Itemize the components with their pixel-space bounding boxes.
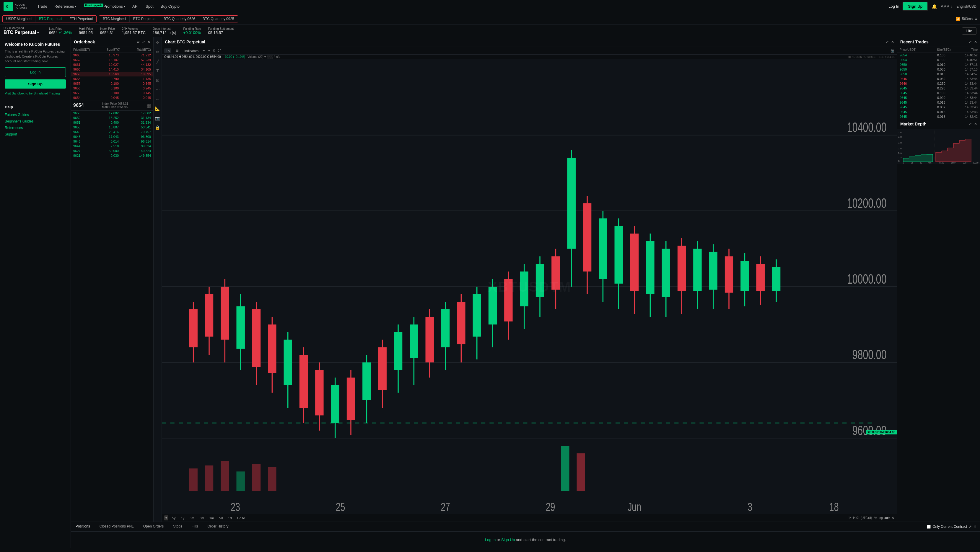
timeframe-1m[interactable]: 1m (208, 516, 215, 520)
ob-buy-row[interactable]: 964929.41679.757 (71, 130, 153, 134)
nav-promotions[interactable]: Brand Upgrade Promotions▾ (80, 0, 128, 13)
tab-btc-perpetual-2[interactable]: BTC Perpetual (130, 16, 161, 22)
tab-order-history[interactable]: Order History (203, 522, 233, 531)
tab-btc-margined[interactable]: BTC Margined (99, 16, 129, 22)
settings-icon[interactable]: ⚙ (974, 17, 978, 21)
lock-tool[interactable]: 🔒 (154, 125, 161, 130)
chart-settings-btn[interactable]: ⚙ (213, 49, 216, 52)
timeframe-5y[interactable]: 5y (171, 516, 177, 520)
nav-spot[interactable]: Spot (143, 0, 156, 13)
arrow-tool[interactable]: ← (155, 96, 161, 102)
pen-tool[interactable]: ✏ (155, 49, 160, 55)
ruler-tool[interactable]: 📐 (154, 106, 161, 112)
tab-positions[interactable]: Positions (71, 522, 95, 531)
orderbook-settings-icon[interactable]: ⚙ (137, 40, 140, 44)
undo-btn[interactable]: ↩ (203, 49, 205, 52)
more-tools[interactable]: ⋯ (155, 87, 161, 93)
ob-chart-icon[interactable]: ▦ (146, 103, 151, 108)
ob-sell-row[interactable]: 966213.10757.239 (71, 57, 153, 62)
ob-sell-row[interactable]: 966110.02744.132 (71, 62, 153, 67)
only-current-checkbox[interactable] (927, 525, 931, 529)
signup-button[interactable]: Sign Up (903, 2, 928, 11)
ob-buy-row[interactable]: 965018.80750.341 (71, 125, 153, 130)
ob-buy-row[interactable]: 965213.25231.134 (71, 116, 153, 120)
chart-close-icon[interactable]: ✕ (891, 40, 894, 44)
tab-btc-perpetual-1[interactable]: BTC Perpetual (35, 16, 66, 22)
ob-buy-row[interactable]: 96210.030149.354 (71, 153, 153, 158)
orderbook-expand-icon[interactable]: ⤢ (142, 40, 145, 44)
timeframe-5d[interactable]: 5d (218, 516, 224, 520)
tab-eth-perpetual[interactable]: ETH Perpetual (66, 16, 97, 22)
ob-sell-row[interactable]: 96560.1000.245 (71, 86, 153, 90)
shape-tool[interactable]: ⊡ (155, 77, 160, 83)
bell-icon[interactable]: 🔔 (932, 4, 937, 9)
ob-sell-row[interactable]: 96550.1000.145 (71, 90, 153, 95)
ob-sell-row[interactable]: 96580.7901.135 (71, 76, 153, 81)
goto-btn[interactable]: Go to... (236, 516, 249, 520)
timeframe-1h[interactable]: 1h (164, 48, 171, 53)
tab-fills[interactable]: Fills (187, 522, 203, 531)
ob-sell-row[interactable]: 965918.56019.695 (71, 72, 153, 76)
chart-settings-bottom[interactable]: ⚙ (892, 516, 895, 520)
help-references[interactable]: References (5, 125, 66, 131)
depth-expand-icon[interactable]: ⤢ (969, 122, 972, 126)
ob-buy-row[interactable]: 965317.88217.882 (71, 111, 153, 116)
ob-sell-row[interactable]: 96570.1000.345 (71, 81, 153, 86)
app-download[interactable]: APP ↓ (941, 4, 953, 9)
nav-buy-crypto[interactable]: Buy Crypto (158, 0, 183, 13)
ob-sell-row[interactable]: 966313.97371.212 (71, 53, 153, 57)
depth-close-icon[interactable]: ✕ (974, 122, 977, 126)
tab-btc-quarterly-0626[interactable]: BTC Quarterly 0626 (160, 16, 199, 22)
help-support[interactable]: Support (5, 131, 66, 138)
ob-buy-row[interactable]: 96460.01496.814 (71, 139, 153, 144)
percent-btn[interactable]: % (874, 516, 877, 520)
instrument-selector[interactable]: USDTMargined BTC Perpetual ▾ (3, 27, 42, 35)
ob-buy-row[interactable]: 96510.40031.534 (71, 120, 153, 125)
tab-stops[interactable]: Stops (169, 522, 187, 531)
auto-btn[interactable]: auto (885, 516, 890, 520)
bottom-close-icon[interactable]: ✕ (974, 525, 977, 529)
nav-api[interactable]: API (129, 0, 142, 13)
sandbox-link[interactable]: Visit Sandbox to try Simulated Trading (5, 92, 66, 95)
sidebar-login-button[interactable]: Log In (5, 67, 66, 77)
chart-fullscreen-btn[interactable]: ⛶ (218, 49, 221, 52)
text-tool[interactable]: T (156, 68, 159, 74)
screenshot-btn[interactable]: 📷 (891, 49, 895, 52)
timeframe-6m[interactable]: 6m (188, 516, 196, 520)
bottom-login-link[interactable]: Log In (485, 538, 496, 542)
ob-buy-row[interactable]: 96442.51099.324 (71, 144, 153, 149)
help-beginners-guides[interactable]: Beginner's Guides (5, 118, 66, 125)
login-button[interactable]: Log In (888, 4, 899, 9)
lite-button[interactable]: Lite (962, 27, 977, 35)
ob-sell-row[interactable]: 966014.41034.105 (71, 67, 153, 72)
help-futures-guides[interactable]: Futures Guides (5, 112, 66, 118)
line-tool[interactable]: ╱ (156, 59, 159, 64)
tab-closed-pnl[interactable]: Closed Positions PNL (95, 522, 138, 531)
nav-references[interactable]: References▾ (51, 0, 79, 13)
tab-btc-quarterly-0925[interactable]: BTC Quarterly 0925 (199, 16, 238, 22)
logo[interactable]: K KUCOIN FUTURES (3, 2, 27, 11)
tab-usdt-margined[interactable]: USDT Margined (3, 16, 35, 22)
bottom-expand-icon[interactable]: ⤢ (969, 525, 972, 529)
ob-buy-row[interactable]: 962750.000149.324 (71, 149, 153, 153)
magnet-tool[interactable]: 📷 (154, 115, 161, 121)
bottom-signup-link[interactable]: Sign Up (501, 538, 515, 542)
log-btn[interactable]: log (879, 516, 883, 520)
ob-sell-row[interactable]: 96540.0450.045 (71, 95, 153, 100)
redo-btn[interactable]: ↪ (208, 49, 210, 52)
nav-trade[interactable]: Trade (35, 0, 50, 13)
language-selector[interactable]: English/USD (956, 5, 977, 9)
chart-type-btn[interactable]: ▤ (174, 48, 180, 53)
sidebar-signup-button[interactable]: Sign Up (5, 79, 66, 89)
trades-expand-icon[interactable]: ⤢ (969, 40, 972, 44)
timeframe-1y[interactable]: 1y (180, 516, 186, 520)
indicators-btn[interactable]: Indicators (183, 48, 200, 53)
cursor-tool[interactable]: ✛ (155, 40, 160, 46)
trades-close-icon[interactable]: ✕ (974, 40, 977, 44)
ob-buy-row[interactable]: 964817.04396.800 (71, 134, 153, 139)
chart-expand-icon[interactable]: ⤢ (886, 40, 889, 44)
timeframe-1d[interactable]: 1d (226, 516, 233, 520)
chart-scroll-down[interactable]: ▾ (164, 516, 169, 520)
timeframe-3m[interactable]: 3m (198, 516, 205, 520)
orderbook-close-icon[interactable]: ✕ (147, 40, 150, 44)
